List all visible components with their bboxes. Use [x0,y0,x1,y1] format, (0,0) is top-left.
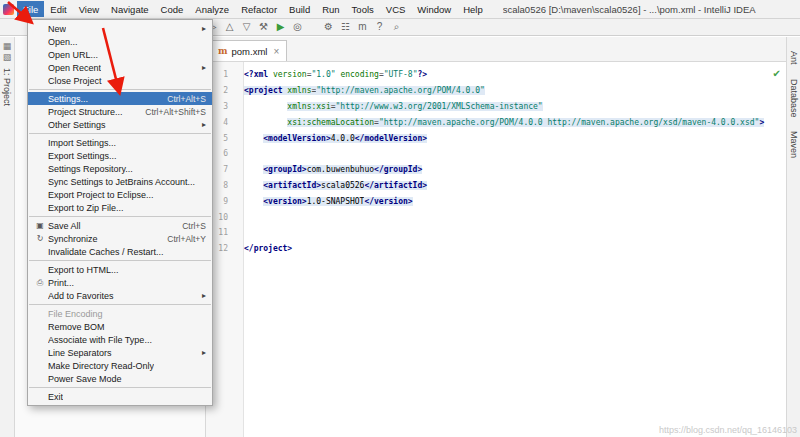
menu-separator [29,89,211,90]
file-menu-item-add-to-favorites[interactable]: Add to Favorites▸ [28,289,212,302]
code-text: <modelVersion>4.0.0</modelVersion> [236,134,427,143]
code-line-5[interactable]: 5 <modelVersion>4.0.0</modelVersion> [206,130,786,146]
file-menu-item-sync-settings-to-jetbrains-account[interactable]: Sync Settings to JetBrains Account... [28,175,212,188]
left-tool-stripe: ▦ ▧ 1: Project [0,37,15,437]
watermark-url: https://blog.csdn.net/qq_16146103 [659,425,797,435]
file-menu-item-power-save-mode[interactable]: Power Save Mode [28,372,212,385]
file-menu-item-remove-bom[interactable]: Remove BOM [28,320,212,333]
editor-code[interactable]: 1<?xml version="1.0" encoding="UTF-8"?>2… [206,62,786,437]
code-line-3[interactable]: 3 xmlns:xsi="http://www.w3.org/2001/XMLS… [206,99,786,115]
code-line-1[interactable]: 1<?xml version="1.0" encoding="UTF-8"?> [206,67,786,83]
file-menu-item-new[interactable]: New▸ [28,22,212,35]
file-menu-item-settings-repository[interactable]: Settings Repository... [28,162,212,175]
file-menu-item-import-settings[interactable]: Import Settings... [28,136,212,149]
search-everywhere-icon[interactable]: ⌕ [388,19,405,35]
code-line-4[interactable]: 4 xsi:schemaLocation="http://maven.apach… [206,114,786,130]
ant-build-icon[interactable]: ☷ [337,19,354,35]
maven-projects-icon[interactable]: m [354,19,371,35]
tab-pom-xml[interactable]: m pom.xml × [210,40,287,61]
file-menu-dropdown: New▸Open...Open URL...Open Recent▸Close … [27,19,213,406]
file-menu-item-exit[interactable]: Exit [28,390,212,403]
tab-close-icon[interactable]: × [273,46,279,57]
project-stripe-icon[interactable]: ▦ [3,41,12,52]
menu-tools[interactable]: Tools [346,1,380,17]
code-line-8[interactable]: 8 <artifactId>scala0526</artifactId> [206,178,786,194]
code-text: </project> [236,244,292,253]
menu-item-label: Power Save Mode [48,374,122,384]
menu-item-shortcut: Ctrl+Alt+Shift+S [137,107,206,117]
code-line-2[interactable]: 2<project xmlns="http://maven.apache.org… [206,83,786,99]
file-menu-item-print[interactable]: ⎙Print... [28,276,212,289]
menu-item-shortcut: Ctrl+S [174,221,206,231]
code-line-9[interactable]: 9 <version>1.0-SNAPSHOT</version> [206,193,786,209]
settings-gear-icon[interactable]: ⚙ [320,19,337,35]
tool-window-button-database[interactable]: Database [789,79,799,118]
tool-window-button-maven[interactable]: Maven [789,131,799,158]
menu-build[interactable]: Build [283,1,316,17]
menu-bar: FileEditViewNavigateCodeAnalyzeRefactorB… [0,0,800,19]
code-line-11[interactable]: 11 [206,225,786,241]
tool-window-button-ant[interactable]: Ant [789,51,799,65]
file-menu-item-line-separators[interactable]: Line Separators▸ [28,346,212,359]
menu-help[interactable]: Help [457,1,489,17]
coverage-icon[interactable]: ◎ [289,19,306,35]
file-menu-item-associate-with-file-type[interactable]: Associate with File Type... [28,333,212,346]
code-text: <project xmlns="http://maven.apache.org/… [236,86,485,95]
file-menu-item-open-url[interactable]: Open URL... [28,48,212,61]
file-menu-item-export-to-html[interactable]: Export to HTML... [28,263,212,276]
tool-window-button-project[interactable]: 1: Project [2,68,12,106]
menu-item-label: Export Settings... [48,151,117,161]
app-icon [3,4,14,15]
file-menu-item-invalidate-caches-restart[interactable]: Invalidate Caches / Restart... [28,245,212,258]
menu-window[interactable]: Window [411,1,457,17]
inspections-ok-icon: ✔ [773,68,781,79]
run-icon[interactable]: ▶ [272,19,289,35]
menu-run[interactable]: Run [316,1,345,17]
code-text: xsi:schemaLocation="http://maven.apache.… [236,118,764,127]
code-line-10[interactable]: 10 [206,209,786,225]
file-menu-item-export-settings[interactable]: Export Settings... [28,149,212,162]
intellij-idea-window: FileEditViewNavigateCodeAnalyzeRefactorB… [0,0,800,437]
down-icon[interactable]: ▽ [238,19,255,35]
menu-view[interactable]: View [73,1,105,17]
menu-item-label: Make Directory Read-Only [48,361,154,371]
code-text: <groupId>com.buwenbuhuo</groupId> [236,165,422,174]
menu-edit[interactable]: Edit [44,1,72,17]
code-line-6[interactable]: 6 [206,146,786,162]
file-menu-item-settings[interactable]: Settings...Ctrl+Alt+S [28,92,212,105]
file-menu-item-save-all[interactable]: ▣Save AllCtrl+S [28,219,212,232]
file-menu-item-export-to-zip-file[interactable]: Export to Zip File... [28,201,212,214]
submenu-arrow-icon: ▸ [202,291,206,300]
up-icon[interactable]: △ [221,19,238,35]
menu-item-label: Exit [48,392,63,402]
help-icon[interactable]: ? [371,19,388,35]
menu-item-shortcut: Ctrl+Alt+S [159,94,206,104]
file-menu-item-synchronize[interactable]: ↻SynchronizeCtrl+Alt+Y [28,232,212,245]
file-menu-item-make-directory-read-only[interactable]: Make Directory Read-Only [28,359,212,372]
menu-file[interactable]: File [17,1,44,17]
file-menu-item-export-project-to-eclipse[interactable]: Export Project to Eclipse... [28,188,212,201]
code-line-7[interactable]: 7 <groupId>com.buwenbuhuo</groupId> [206,162,786,178]
tab-label: pom.xml [232,46,268,57]
menu-vcs[interactable]: VCS [380,1,412,17]
menu-item-label: Invalidate Caches / Restart... [48,247,164,257]
file-menu-item-open[interactable]: Open... [28,35,212,48]
build-icon[interactable]: ⚒ [255,19,272,35]
file-menu-item-other-settings[interactable]: Other Settings▸ [28,118,212,131]
file-menu-item-file-encoding: File Encoding [28,307,212,320]
menu-analyze[interactable]: Analyze [189,1,235,17]
menu-navigate[interactable]: Navigate [105,1,155,17]
file-menu-item-open-recent[interactable]: Open Recent▸ [28,61,212,74]
menu-code[interactable]: Code [155,1,190,17]
file-menu-item-project-structure[interactable]: Project Structure...Ctrl+Alt+Shift+S [28,105,212,118]
code-text: <version>1.0-SNAPSHOT</version> [236,197,413,206]
editor-tab-bar: m pom.xml × [206,37,786,62]
menu-refactor[interactable]: Refactor [235,1,283,17]
menu-item-label: Settings... [48,94,88,104]
menu-item-label: Save All [48,221,81,231]
file-menu-item-close-project[interactable]: Close Project [28,74,212,87]
menu-item-label: Open URL... [48,50,98,60]
code-line-12[interactable]: 12</project> [206,241,786,257]
menu-item-label: Synchronize [48,234,98,244]
structure-stripe-icon[interactable]: ▧ [3,52,12,63]
